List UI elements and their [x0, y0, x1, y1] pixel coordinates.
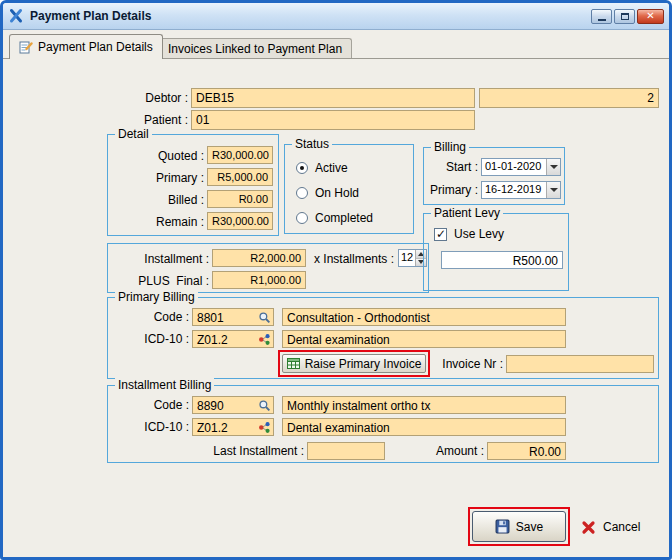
radio-icon[interactable]	[296, 212, 308, 224]
status-option-on-hold[interactable]: On Hold	[296, 186, 359, 200]
start-label: Start :	[426, 160, 478, 174]
icd10-lookup-icon[interactable]	[257, 332, 272, 346]
save-button[interactable]: Save	[472, 511, 566, 542]
plus-final-label: PLUS Final :	[112, 274, 209, 288]
primary-billing-group: Primary Billing Code : 8801 Consultation…	[107, 297, 659, 379]
minimize-button[interactable]	[591, 9, 612, 24]
cancel-button[interactable]: Cancel	[581, 514, 665, 540]
plus-final-field[interactable]: R1,000.00	[212, 271, 306, 289]
detail-group-title: Detail	[115, 127, 152, 141]
cancel-label: Cancel	[603, 520, 640, 534]
maximize-icon	[621, 13, 629, 20]
billed-field[interactable]: R0.00	[207, 190, 273, 208]
primary-icd10-field[interactable]: Z01.2	[192, 330, 274, 348]
installment-billing-group: Installment Billing Code : 8890 Monthly …	[107, 385, 659, 463]
primary-icd10-description-field[interactable]: Dental examination	[282, 330, 566, 348]
x-installments-label: x Installments :	[298, 252, 394, 266]
raise-invoice-label: Raise Primary Invoice	[305, 357, 422, 371]
invoice-nr-label: Invoice Nr :	[429, 357, 503, 371]
installment-code-description-field[interactable]: Monthly instalment ortho tx	[282, 396, 566, 414]
start-date-value[interactable]: 01-01-2020	[482, 159, 546, 175]
radio-icon[interactable]	[296, 162, 308, 174]
tab-invoices-linked[interactable]: Invoices Linked to Payment Plan	[139, 38, 352, 58]
primary-code-value: 8801	[197, 311, 224, 325]
primary-date-value[interactable]: 16-12-2019	[482, 182, 546, 198]
levy-amount-field[interactable]: R500.00	[441, 251, 563, 269]
status-option-active[interactable]: Active	[296, 161, 348, 175]
status-group: Status Active On Hold Completed	[284, 144, 414, 234]
raise-primary-invoice-button[interactable]: Raise Primary Invoice	[282, 354, 426, 373]
debtor-field[interactable]: DEB15	[191, 88, 475, 108]
billed-label: Billed :	[112, 193, 204, 207]
primary-code-field[interactable]: 8801	[192, 308, 274, 326]
remain-label: Remain :	[112, 215, 204, 229]
close-icon: ✕	[646, 11, 654, 21]
spreadsheet-icon	[287, 357, 300, 370]
primary-icd10-value: Z01.2	[197, 333, 228, 347]
installment-label: Installment :	[112, 252, 209, 266]
amount-label: Amount :	[426, 444, 484, 458]
installment-icd10-value: Z01.2	[197, 421, 228, 435]
maximize-button[interactable]	[614, 9, 635, 24]
radio-label: Active	[315, 161, 348, 175]
primary-code-description-field[interactable]: Consultation - Orthodontist	[282, 308, 566, 326]
icd10-label: ICD-10 :	[129, 332, 189, 346]
installment-code-field[interactable]: 8890	[192, 396, 274, 414]
installment-billing-group-title: Installment Billing	[115, 378, 214, 392]
close-button[interactable]: ✕	[637, 9, 664, 24]
debtor-label: Debtor :	[88, 91, 188, 105]
tab-payment-plan-details[interactable]: Payment Plan Details	[9, 34, 163, 59]
debtor-count-field[interactable]: 2	[479, 88, 659, 108]
last-installment-field[interactable]	[307, 442, 385, 460]
installments-count-value[interactable]: 12	[399, 250, 415, 266]
status-option-completed[interactable]: Completed	[296, 211, 373, 225]
tab-label: Invoices Linked to Payment Plan	[168, 42, 342, 56]
code-search-icon[interactable]	[257, 398, 272, 412]
payment-plan-dialog: Payment Plan Details ✕ Payment Plan Deta…	[0, 0, 672, 560]
last-installment-label: Last Installment :	[168, 444, 304, 458]
use-levy-checkbox[interactable]	[434, 228, 447, 241]
title-bar[interactable]: Payment Plan Details ✕	[3, 3, 669, 30]
installment-code-value: 8890	[197, 399, 224, 413]
patient-levy-group: Patient Levy Use Levy R500.00	[423, 213, 569, 291]
inst-code-label: Code :	[129, 398, 189, 412]
icd10-lookup-icon[interactable]	[257, 420, 272, 434]
app-icon	[8, 8, 24, 24]
patient-label: Patient :	[88, 113, 188, 127]
dropdown-arrow-icon[interactable]	[546, 182, 560, 198]
quoted-label: Quoted :	[112, 149, 204, 163]
quoted-field[interactable]: R30,000.00	[207, 146, 273, 164]
radio-label: Completed	[315, 211, 373, 225]
radio-icon[interactable]	[296, 187, 308, 199]
primary-billing-group-title: Primary Billing	[115, 290, 198, 304]
patient-levy-group-title: Patient Levy	[431, 206, 503, 220]
installment-field[interactable]: R2,000.00	[212, 249, 306, 267]
minimize-icon	[598, 19, 606, 21]
detail-group: Detail Quoted : R30,000.00 Primary : R5,…	[107, 134, 279, 236]
primary-field[interactable]: R5,000.00	[207, 168, 273, 186]
installment-icd10-field[interactable]: Z01.2	[192, 418, 274, 436]
form-pencil-icon	[19, 40, 33, 54]
save-label: Save	[516, 520, 543, 534]
billing-group-title: Billing	[431, 140, 469, 154]
window-title: Payment Plan Details	[30, 9, 589, 23]
remain-field[interactable]: R30,000.00	[207, 212, 273, 230]
use-levy-checkbox-row[interactable]: Use Levy	[434, 227, 504, 241]
status-group-title: Status	[292, 137, 332, 151]
inst-icd10-label: ICD-10 :	[129, 420, 189, 434]
patient-field[interactable]: 01	[191, 110, 475, 130]
installment-box: Installment : R2,000.00 x Installments :…	[107, 243, 429, 293]
cancel-x-icon	[581, 520, 596, 535]
tab-label: Payment Plan Details	[38, 40, 153, 54]
use-levy-label: Use Levy	[454, 227, 504, 241]
start-date-dropdown[interactable]: 01-01-2020	[481, 158, 561, 176]
dropdown-arrow-icon[interactable]	[546, 159, 560, 175]
invoice-nr-field[interactable]	[506, 355, 654, 373]
amount-field[interactable]: R0.00	[487, 442, 566, 460]
code-search-icon[interactable]	[257, 310, 272, 324]
floppy-disk-icon	[495, 519, 510, 534]
primary-label: Primary :	[112, 171, 204, 185]
primary-date-dropdown[interactable]: 16-12-2019	[481, 181, 561, 199]
installment-icd10-description-field[interactable]: Dental examination	[282, 418, 566, 436]
code-label: Code :	[129, 310, 189, 324]
